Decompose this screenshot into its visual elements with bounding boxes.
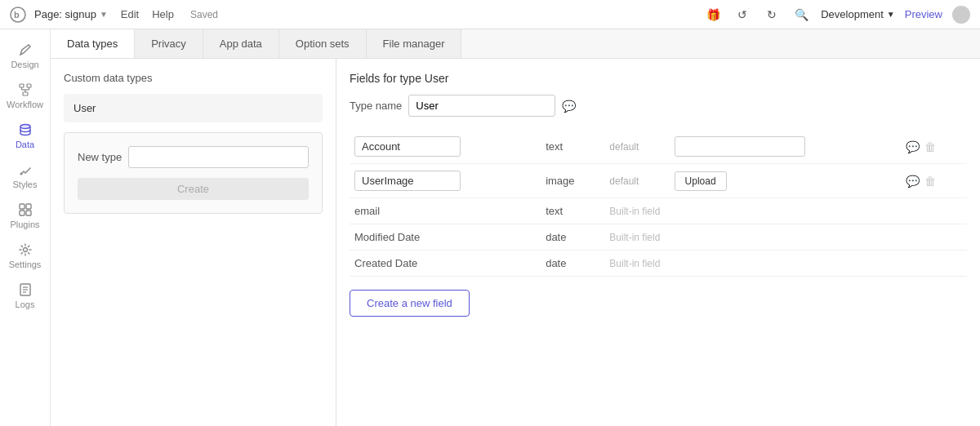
comment-icon-userimage[interactable]: 💬 [906, 175, 920, 188]
tab-app-data[interactable]: App data [203, 29, 279, 58]
sidebar-label-settings: Settings [9, 260, 42, 269]
field-name-userimage[interactable] [354, 171, 461, 191]
comment-icon-account[interactable]: 💬 [906, 140, 920, 153]
delete-icon-account[interactable]: 🗑 [924, 140, 936, 153]
svg-rect-11 [20, 204, 24, 209]
left-panel: Custom data types User New type Create [51, 59, 336, 426]
fields-title: Fields for type User [350, 72, 967, 85]
upload-button[interactable]: Upload [675, 171, 727, 191]
settings-icon [18, 242, 33, 257]
sidebar-item-workflow[interactable]: Workflow [0, 76, 50, 116]
sidebar-label-data: Data [16, 140, 34, 149]
saved-status: Saved [190, 9, 218, 20]
field-name-account[interactable] [354, 136, 461, 157]
svg-rect-13 [20, 211, 24, 215]
sidebar-item-design[interactable]: Design [0, 36, 50, 76]
table-row: Created Date date Built-in field [350, 251, 967, 277]
redo-icon[interactable]: ↻ [762, 5, 782, 24]
type-name-row: Type name 💬 [350, 95, 967, 117]
env-chevron: ▼ [887, 10, 895, 19]
sidebar-label-styles: Styles [13, 180, 38, 189]
new-type-label: New type [78, 151, 122, 163]
field-name-created-date: Created Date [354, 257, 417, 269]
sidebar-label-logs: Logs [16, 300, 35, 309]
type-name-comment-icon[interactable]: 💬 [562, 100, 576, 113]
svg-rect-3 [27, 84, 31, 87]
content-area: Data types Privacy App data Option sets … [51, 29, 980, 426]
field-type-email: text [541, 198, 604, 224]
styles-icon [18, 162, 33, 177]
svg-rect-12 [26, 204, 31, 209]
svg-rect-2 [20, 84, 24, 87]
action-icons-userimage: 💬 🗑 [906, 175, 962, 188]
undo-icon[interactable]: ↺ [733, 5, 752, 24]
fields-table: text default 💬 🗑 [350, 130, 967, 277]
page-chevron: ▼ [100, 10, 108, 19]
table-row: text default 💬 🗑 [350, 130, 967, 164]
svg-rect-4 [23, 92, 28, 95]
field-type-userimage: image [541, 164, 604, 198]
edit-menu[interactable]: Edit [121, 8, 139, 20]
create-field-button[interactable]: Create a new field [350, 290, 470, 317]
builtin-label-modified-date: Built-in field [609, 232, 660, 243]
logs-icon [18, 282, 33, 297]
env-label: Development [821, 8, 884, 20]
main-layout: Design Workflow Data [0, 29, 980, 426]
help-menu[interactable]: Help [152, 8, 174, 20]
default-label-account: default [609, 141, 639, 153]
right-panel: Fields for type User Type name 💬 text de… [336, 59, 980, 426]
preview-button[interactable]: Preview [905, 8, 942, 20]
new-type-row: New type [78, 146, 309, 168]
field-type-created-date: date [541, 251, 604, 277]
tab-option-sets[interactable]: Option sets [279, 29, 367, 58]
default-label-userimage: default [609, 175, 639, 187]
custom-data-types-title: Custom data types [64, 72, 323, 84]
svg-point-15 [23, 248, 27, 252]
environment-selector[interactable]: Development ▼ [821, 8, 895, 20]
type-name-label: Type name [350, 100, 402, 112]
topbar-right: 🎁 ↺ ↻ 🔍 Development ▼ Preview [703, 5, 970, 24]
tab-file-manager[interactable]: File manager [367, 29, 462, 58]
page-label: Page: signup [34, 8, 96, 20]
tab-data-types[interactable]: Data types [51, 29, 135, 58]
sidebar-item-data[interactable]: Data [0, 116, 50, 156]
topbar: b Page: signup ▼ Edit Help Saved 🎁 ↺ ↻ 🔍… [0, 0, 980, 29]
table-row: email text Built-in field [350, 198, 967, 224]
new-type-box: New type Create [64, 132, 323, 214]
tab-privacy[interactable]: Privacy [135, 29, 203, 58]
sidebar-label-design: Design [11, 60, 38, 69]
svg-point-10 [20, 173, 22, 175]
new-type-input[interactable] [128, 146, 309, 168]
split-pane: Custom data types User New type Create F… [51, 59, 980, 426]
avatar [952, 6, 970, 24]
search-icon[interactable]: 🔍 [791, 5, 811, 24]
topbar-actions: Edit Help Saved [121, 8, 218, 20]
type-name-input[interactable] [408, 95, 555, 117]
svg-text:b: b [14, 10, 20, 20]
sidebar-label-plugins: Plugins [10, 220, 39, 229]
sidebar-item-logs[interactable]: Logs [0, 276, 50, 316]
field-name-email: email [354, 205, 380, 217]
delete-icon-userimage[interactable]: 🗑 [924, 175, 936, 188]
field-name-modified-date: Modified Date [354, 231, 420, 243]
tabs-bar: Data types Privacy App data Option sets … [51, 29, 980, 59]
workflow-icon [18, 82, 33, 97]
data-type-user[interactable]: User [64, 94, 323, 122]
builtin-label-created-date: Built-in field [609, 258, 660, 269]
data-icon [18, 122, 33, 137]
sidebar-item-settings[interactable]: Settings [0, 236, 50, 276]
default-input-account[interactable] [675, 136, 805, 157]
table-row: Modified Date date Built-in field [350, 224, 967, 251]
sidebar: Design Workflow Data [0, 29, 51, 426]
design-icon [18, 42, 33, 57]
app-logo: b [10, 7, 26, 23]
sidebar-item-plugins[interactable]: Plugins [0, 196, 50, 236]
create-type-button[interactable]: Create [78, 178, 309, 200]
sidebar-item-styles[interactable]: Styles [0, 156, 50, 196]
svg-rect-14 [26, 211, 31, 215]
field-type-modified-date: date [541, 224, 604, 251]
plugins-icon [18, 202, 33, 217]
svg-point-9 [20, 125, 30, 129]
action-icons-account: 💬 🗑 [906, 140, 962, 153]
gift-icon[interactable]: 🎁 [703, 5, 723, 24]
